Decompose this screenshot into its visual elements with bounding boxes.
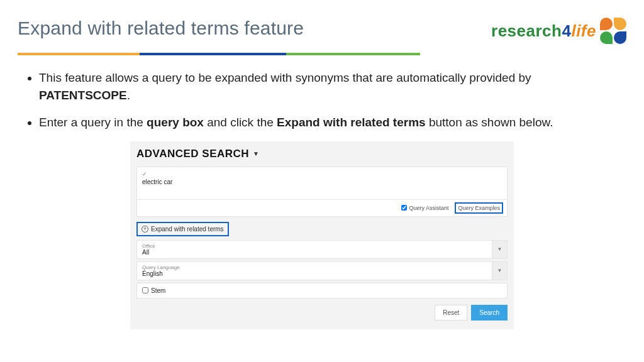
office-select[interactable]: Office All ▼ <box>136 240 508 259</box>
search-button[interactable]: Search <box>471 305 508 321</box>
reset-button[interactable]: Reset <box>435 305 467 321</box>
query-assistant-checkbox[interactable] <box>401 205 407 211</box>
header: Expand with related terms feature resear… <box>18 18 626 44</box>
query-examples-link[interactable]: Query Examples <box>455 202 503 214</box>
logo-text: research4life <box>491 21 596 41</box>
stem-toggle[interactable]: Stem <box>136 283 508 299</box>
query-helpers-bar: Query Assistant Query Examples <box>136 200 508 217</box>
chevron-down-icon: ▼ <box>492 261 508 280</box>
query-assistant-toggle[interactable]: Query Assistant <box>401 205 448 211</box>
query-language-select[interactable]: Query Language English ▼ <box>136 261 508 280</box>
query-value: electric car <box>142 178 502 185</box>
bullet-list: This feature allows a query to be expand… <box>39 69 626 131</box>
chevron-down-icon: ▼ <box>492 240 508 259</box>
brand-logo: research4life <box>491 18 626 44</box>
screenshot-embed: ADVANCED SEARCH ▼ ✓ electric car Query A… <box>18 141 626 329</box>
advanced-search-panel: ADVANCED SEARCH ▼ ✓ electric car Query A… <box>130 141 514 329</box>
bullet-item: This feature allows a query to be expand… <box>39 69 626 104</box>
stem-checkbox[interactable] <box>142 287 148 293</box>
expand-related-terms-button[interactable]: + Expand with related terms <box>136 222 229 236</box>
clover-icon <box>600 18 626 44</box>
panel-heading[interactable]: ADVANCED SEARCH ▼ <box>136 148 508 160</box>
action-buttons: Reset Search <box>136 305 508 321</box>
plus-circle-icon: + <box>142 226 148 233</box>
page-title: Expand with related terms feature <box>18 18 304 39</box>
accent-divider <box>18 53 420 55</box>
slide: Expand with related terms feature resear… <box>0 0 644 362</box>
query-input[interactable]: ✓ electric car <box>136 167 508 200</box>
bullet-item: Enter a query in the query box and click… <box>39 114 626 131</box>
chevron-down-icon: ▼ <box>253 150 259 157</box>
check-icon: ✓ <box>142 171 502 177</box>
